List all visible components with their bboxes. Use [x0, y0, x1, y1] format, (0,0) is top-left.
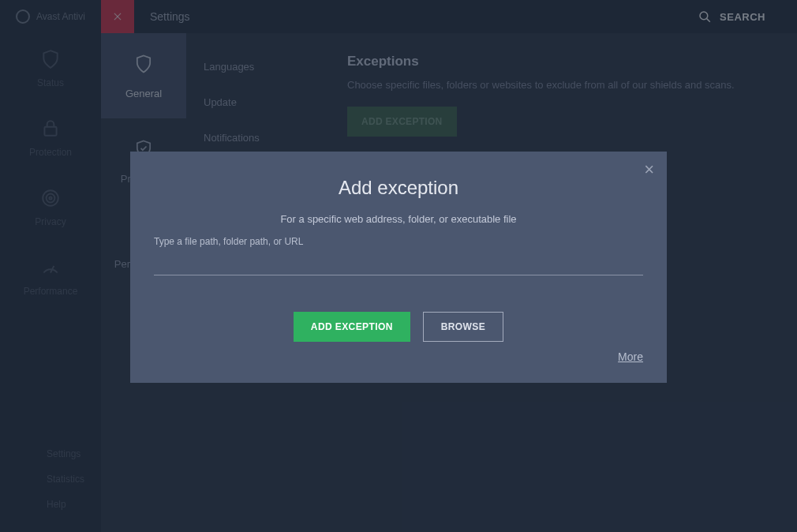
- modal-add-exception-button[interactable]: ADD EXCEPTION: [294, 312, 410, 342]
- modal-title: Add exception: [154, 177, 643, 199]
- modal-close-button[interactable]: ×: [644, 161, 654, 178]
- modal-more-row: More: [154, 350, 643, 364]
- modal-subtitle: For a specific web address, folder, or e…: [154, 213, 643, 225]
- modal-input-label: Type a file path, folder path, or URL: [154, 236, 643, 247]
- add-exception-modal: × Add exception For a specific web addre…: [130, 152, 667, 383]
- exception-path-input[interactable]: [154, 250, 643, 275]
- modal-more-link[interactable]: More: [618, 350, 643, 363]
- modal-browse-button[interactable]: BROWSE: [423, 312, 503, 342]
- modal-actions: ADD EXCEPTION BROWSE: [154, 312, 643, 342]
